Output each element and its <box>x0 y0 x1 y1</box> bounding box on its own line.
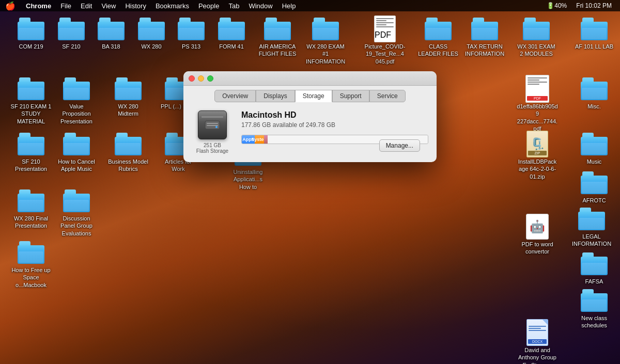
folder-legal-info[interactable]: LEGAL INFORMATION <box>571 207 612 248</box>
file-d1effa-pdf[interactable]: PDF d1effa86bb905d9 227dacc...7744.pdf <box>517 76 558 132</box>
file-pdf-word[interactable]: 🤖 PDF to word convertor <box>517 214 558 256</box>
apple-menu[interactable]: 🍎 <box>0 0 21 11</box>
folder-ps313[interactable]: PS 313 <box>171 17 212 50</box>
folder-wx301[interactable]: WX 301 EXAM 2 MODULES <box>516 17 557 58</box>
folder-how-free-space[interactable]: How to Free up Space o...Macbook <box>10 240 52 289</box>
desktop: 🍎 Chrome File Edit View History Bookmark… <box>0 0 620 364</box>
maximize-button[interactable] <box>207 75 213 82</box>
battery-status: 🔋 40% <box>542 0 571 11</box>
app-name[interactable]: Chrome <box>22 0 55 11</box>
folder-fafsa-label: FAFSA <box>585 278 603 285</box>
folder-air-america[interactable]: AIR AMERICA FLIGHT FILES <box>257 17 298 58</box>
folder-wx280-label: WX 280 <box>141 43 161 50</box>
file-covid-pdf[interactable]: PDF Picture_COVID-19_Test_Re...4045.pdf <box>364 17 406 65</box>
tab-overview[interactable]: Overview <box>214 90 256 102</box>
folder-business-model[interactable]: Business Model Rubrics <box>107 132 149 173</box>
folder-sf210pres[interactable]: SF 210 Presentation <box>10 132 52 173</box>
folder-com219-label: COM 219 <box>19 43 43 50</box>
file-pdf-word-label: PDF to word convertor <box>517 241 558 256</box>
folder-com219[interactable]: COM 219 <box>10 17 52 50</box>
folder-af101[interactable]: AF 101 LL LAB <box>574 17 615 50</box>
help-menu[interactable]: Help <box>278 0 300 11</box>
folder-sf210exam1[interactable]: SF 210 EXAM 1 STUDY MATERIAL <box>10 76 52 125</box>
folder-sf210exam1-label: SF 210 EXAM 1 STUDY MATERIAL <box>10 103 52 125</box>
folder-new-class[interactable]: New class schedules <box>574 288 615 329</box>
manage-button[interactable]: Manage... <box>379 139 420 152</box>
menubar-right: 🔋 40% Fri 10:02 PM <box>542 0 620 11</box>
window-menu[interactable]: Window <box>244 0 276 11</box>
tab-service[interactable]: Service <box>369 90 406 102</box>
folder-tax-return[interactable]: TAX RETURN INFORMATION <box>464 17 505 58</box>
dialog-content: 251 GB Flash Storage Macintosh HD 177.86… <box>183 102 437 162</box>
folder-form41[interactable]: FORM 41 <box>211 17 252 50</box>
folder-wx280final[interactable]: WX 280 Final Presentation <box>10 188 52 230</box>
folder-ps313-label: PS 313 <box>182 43 200 50</box>
file-david-docx[interactable]: DOCX David and Anthony Group E...Stooges <box>517 320 558 364</box>
file-install-zip[interactable]: 🗜️ ZIP InstallLDBPackage 64c-2-0-6-01.zi… <box>517 132 558 180</box>
folder-sf210-label: SF 210 <box>62 43 80 50</box>
folder-new-class-label: New class schedules <box>574 314 615 329</box>
bar-other <box>264 135 268 144</box>
folder-sf210pres-label: SF 210 Presentation <box>10 158 52 173</box>
folder-value-prop[interactable]: Value Proposition Presentation <box>56 76 97 125</box>
tab-storage[interactable]: Storage <box>295 90 332 102</box>
folder-wx280final-label: WX 280 Final Presentation <box>10 215 52 230</box>
folder-afrotc[interactable]: AFROTC <box>574 170 615 204</box>
folder-discussion[interactable]: Discussion Panel Group Evaluations <box>56 188 97 237</box>
folder-wx280exam1-label: WX 280 EXAM #1 INFORMATION <box>305 43 346 65</box>
folder-misc[interactable]: Misc. <box>574 76 615 110</box>
folder-wx280mid[interactable]: WX 280 Midterm <box>107 76 149 118</box>
folder-discussion-label: Discussion Panel Group Evaluations <box>56 215 97 237</box>
history-menu[interactable]: History <box>121 0 150 11</box>
folder-legal-info-label: LEGAL INFORMATION <box>571 233 612 248</box>
minimize-button[interactable] <box>198 75 204 82</box>
file-menu[interactable]: File <box>56 0 75 11</box>
file-install-zip-label: InstallLDBPackage 64c-2-0-6-01.zip <box>517 158 558 180</box>
folder-wx280[interactable]: WX 280 <box>131 17 172 50</box>
folder-wx301-label: WX 301 EXAM 2 MODULES <box>516 43 557 58</box>
hd-icon-area: 251 GB Flash Storage <box>192 110 233 154</box>
hd-size: 251 GB Flash Storage <box>196 143 228 154</box>
folder-fafsa[interactable]: FAFSA <box>574 251 615 285</box>
folder-ba318-label: BA 318 <box>102 43 120 50</box>
file-covid-pdf-label: Picture_COVID-19_Test_Re...4045.pdf <box>364 43 406 65</box>
folder-ba318[interactable]: BA 318 <box>90 17 132 50</box>
svg-rect-2 <box>207 125 218 126</box>
folder-how-free-space-label: How to Free up Space o...Macbook <box>10 266 52 289</box>
folder-sf210[interactable]: SF 210 <box>51 17 92 50</box>
edit-menu[interactable]: Edit <box>76 0 96 11</box>
folder-wx280mid-label: WX 280 Midterm <box>107 103 149 118</box>
hd-name: Macintosh HD <box>241 110 428 120</box>
tab-displays[interactable]: Displays <box>256 90 295 102</box>
svg-point-3 <box>215 126 218 128</box>
tab-support[interactable]: Support <box>332 90 369 102</box>
folder-value-prop-label: Value Proposition Presentation <box>56 103 97 125</box>
bookmarks-menu[interactable]: Bookmarks <box>151 0 193 11</box>
folder-tax-return-label: TAX RETURN INFORMATION <box>464 43 505 58</box>
folder-business-model-label: Business Model Rubrics <box>107 158 149 173</box>
folder-misc-label: Misc. <box>587 103 601 110</box>
folder-cancel-apple[interactable]: How to Cancel Apple Music <box>56 132 97 173</box>
hd-icon-svg <box>204 119 221 131</box>
folder-uninstalling-label: Uninstalling Applicati...s How to <box>227 168 269 191</box>
close-button[interactable] <box>189 75 195 82</box>
svg-rect-1 <box>207 123 218 124</box>
folder-form41-label: FORM 41 <box>219 43 244 50</box>
tab-menu[interactable]: Tab <box>224 0 243 11</box>
folder-cancel-apple-label: How to Cancel Apple Music <box>56 158 97 173</box>
folder-music[interactable]: Music <box>574 132 615 165</box>
file-d1effa-pdf-label: d1effa86bb905d9 227dacc...7744.pdf <box>517 103 558 132</box>
people-menu[interactable]: People <box>194 0 223 11</box>
hd-icon <box>198 110 227 139</box>
menubar: 🍎 Chrome File Edit View History Bookmark… <box>0 0 620 11</box>
folder-wx280exam1[interactable]: WX 280 EXAM #1 INFORMATION <box>305 17 346 65</box>
dialog-tabs: Overview Displays Storage Support Servic… <box>183 86 437 102</box>
system-info-dialog: Overview Displays Storage Support Servic… <box>183 71 437 162</box>
folder-afrotc-label: AFROTC <box>582 197 606 204</box>
hd-available: 177.86 GB available of 249.78 GB <box>241 121 428 129</box>
folder-class-leader[interactable]: CLASS LEADER FILES <box>417 17 459 58</box>
bar-system: System <box>255 135 264 144</box>
menubar-left: 🍎 Chrome File Edit View History Bookmark… <box>0 0 300 11</box>
view-menu[interactable]: View <box>97 0 120 11</box>
folder-class-leader-label: CLASS LEADER FILES <box>417 43 459 58</box>
